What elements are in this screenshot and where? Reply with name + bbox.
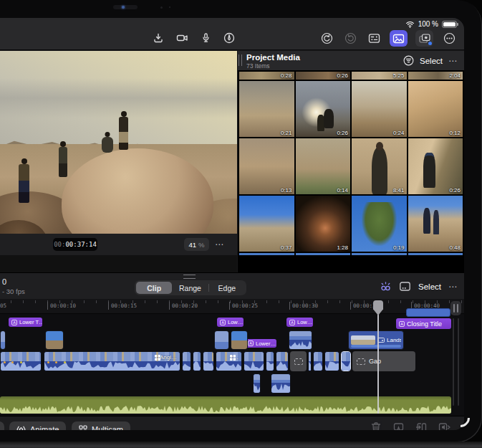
scroll-track-line (453, 318, 454, 406)
video-clip[interactable] (341, 351, 351, 371)
connected-clip[interactable] (253, 373, 261, 394)
gap-icon (357, 358, 365, 365)
app-screen: 100 % (0, 18, 464, 430)
delete-button[interactable] (370, 421, 382, 430)
video-clip[interactable] (0, 351, 42, 371)
video-clip[interactable] (276, 351, 289, 371)
redo-button[interactable] (342, 31, 358, 47)
media-item-count: 73 Items (246, 62, 270, 70)
media-select-button[interactable]: Select (420, 57, 443, 65)
media-thumbnail[interactable] (239, 253, 294, 255)
media-thumbnail[interactable] (296, 253, 351, 255)
panel-drag-handle[interactable] (183, 275, 196, 279)
mode-clip[interactable]: Clip (136, 282, 172, 294)
multicam-grid-icon (79, 425, 87, 430)
undo-button[interactable] (319, 31, 334, 47)
zoom-unit: % (198, 241, 204, 249)
scrollbar-thumb[interactable] (450, 301, 461, 315)
connected-clip[interactable] (231, 330, 248, 350)
video-clip[interactable] (266, 351, 274, 371)
multicam-clip[interactable]: 1-Angl… (44, 351, 180, 371)
viewer-more-button[interactable]: ⋯ (215, 239, 224, 249)
media-thumbnail[interactable]: 0:19 (352, 196, 407, 252)
media-thumbnail[interactable]: 0:26 (408, 138, 463, 194)
media-thumbnail[interactable]: 0:14 (296, 138, 351, 194)
media-thumbnail[interactable]: 0:37 (239, 196, 294, 252)
video-clip[interactable] (308, 351, 312, 371)
title-clip[interactable]: ALow… (286, 318, 313, 327)
media-thumbnail[interactable]: 0:28 (239, 72, 294, 80)
clipped-edge-button[interactable] (0, 421, 4, 430)
connected-music-clip[interactable] (406, 308, 450, 317)
media-thumbnail[interactable]: 8:41 (352, 138, 407, 194)
title-clip[interactable]: ALow… (217, 318, 244, 327)
table-surface (0, 442, 482, 448)
media-thumbnail[interactable] (408, 253, 463, 255)
clip-duration: 0:37 (281, 244, 292, 251)
media-thumbnail[interactable]: 0:24 (352, 81, 407, 137)
media-browser-panel: Project Media 73 Items Select ⋯ 0:280:26… (238, 51, 464, 272)
connected-clip[interactable] (214, 330, 229, 350)
audio-clip-music[interactable] (0, 396, 451, 414)
media-thumbnail[interactable] (352, 253, 407, 255)
timeline-select-button[interactable]: Select (418, 282, 441, 291)
record-video-button[interactable] (174, 30, 190, 46)
animate-button[interactable]: Animate (9, 421, 66, 430)
video-preview[interactable] (0, 51, 237, 234)
title-clip[interactable]: ALower T… (9, 318, 42, 327)
video-clip[interactable] (203, 351, 214, 371)
clip-duration: 0:26 (337, 72, 348, 79)
panel-resize-grip[interactable] (238, 54, 242, 66)
insert-button[interactable] (415, 421, 428, 430)
media-thumbnail[interactable]: 0:26 (296, 81, 351, 137)
more-menu-button[interactable] (441, 31, 457, 47)
inspector-toggle-button[interactable] (366, 31, 382, 47)
mode-range[interactable]: Range (172, 282, 208, 294)
filter-icon[interactable] (403, 55, 414, 66)
mode-edge[interactable]: Edge (209, 282, 245, 294)
redo-icon (344, 32, 357, 44)
person-standing (119, 117, 128, 150)
media-thumbnail[interactable]: 0:21 (239, 81, 294, 137)
multicam-clip[interactable]: 2… (216, 351, 242, 371)
media-browser-button[interactable] (390, 30, 408, 47)
media-more-button[interactable]: ⋯ (448, 56, 458, 66)
viewer-controls: 00:00:37:14 41% ⋯ (0, 234, 237, 255)
record-audio-button[interactable] (198, 30, 213, 46)
connected-clip[interactable] (45, 330, 64, 350)
detach-audio-button[interactable] (438, 421, 451, 430)
video-clip[interactable] (324, 351, 339, 371)
multicam-button[interactable]: Multicam (72, 421, 130, 430)
title-clip[interactable]: AClosing Title (396, 318, 451, 329)
connected-clip[interactable] (0, 330, 6, 350)
media-thumbnail[interactable]: 0:13 (239, 138, 294, 194)
media-thumbnail[interactable]: 1:28 (296, 196, 351, 252)
video-clip[interactable] (182, 351, 191, 371)
gap-clip[interactable]: Gap (352, 351, 415, 371)
timecode-display[interactable]: 00:00:37:14 (53, 238, 97, 251)
ipad-bezel: 100 % (0, 0, 482, 442)
timeline-more-button[interactable]: ⋯ (448, 282, 458, 292)
titles-effects-button[interactable] (415, 30, 433, 47)
media-thumbnail[interactable]: 0:26 (296, 72, 351, 80)
video-clip[interactable] (244, 351, 264, 371)
title-clip[interactable]: ALower… (245, 339, 276, 348)
gap-clip[interactable]: Gap (290, 351, 307, 371)
pencil-tools-button[interactable] (221, 30, 237, 46)
blade-button[interactable] (392, 421, 405, 430)
camera-indicator-dot (122, 6, 125, 9)
media-thumbnail[interactable]: 5:25 (352, 72, 407, 80)
timeline-vertical-scrollbar[interactable] (450, 301, 462, 410)
connect-clip-icon[interactable] (380, 281, 392, 292)
connected-clip[interactable] (289, 330, 312, 350)
overwrite-clip-icon[interactable] (399, 281, 411, 292)
viewer-zoom-control[interactable]: 41% (184, 238, 209, 251)
connected-clip[interactable]: Landscap… (348, 330, 404, 350)
video-clip[interactable] (193, 351, 201, 371)
import-button[interactable] (150, 30, 166, 46)
media-thumbnail[interactable]: 0:48 (408, 196, 463, 252)
connected-clip[interactable] (271, 373, 291, 394)
media-thumbnail[interactable]: 2:04 (408, 72, 463, 80)
video-clip[interactable] (313, 351, 323, 371)
media-thumbnail[interactable]: 0:12 (408, 81, 463, 137)
